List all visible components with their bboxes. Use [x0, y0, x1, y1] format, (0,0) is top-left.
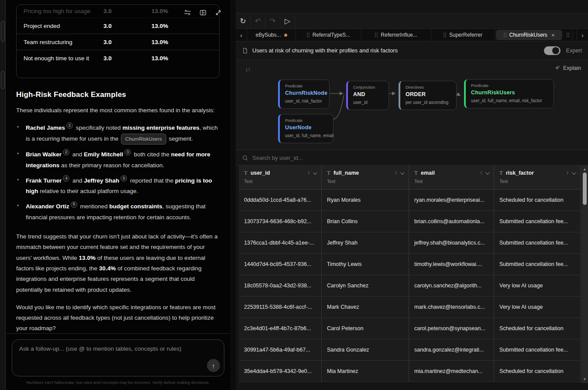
- rail-handle[interactable]: [1, 21, 5, 42]
- scroll-up-icon[interactable]: ▲: [581, 166, 588, 172]
- table-row[interactable]: 35e4dda4-b578-4342-9e0...Mia Martinezmia…: [239, 361, 588, 382]
- table-cell[interactable]: 35e4dda4-b578-4342-9e0...: [239, 361, 322, 382]
- table-cell[interactable]: brian.collins@automationla...: [409, 211, 494, 232]
- rail-handle[interactable]: [1, 71, 5, 89]
- chevron-down-icon[interactable]: [572, 170, 576, 175]
- column-header[interactable]: T email ↑ Text: [409, 166, 494, 189]
- drag-handle-icon[interactable]: [504, 33, 506, 37]
- table-cell[interactable]: carol.peterson@synapsean...: [409, 318, 494, 339]
- table-cell[interactable]: Jeffrey Shah: [322, 232, 409, 253]
- citation-badge[interactable]: 1: [66, 122, 73, 129]
- close-icon[interactable]: ×: [551, 32, 555, 38]
- table-cell[interactable]: Very low AI usage: [494, 275, 581, 296]
- table-cell[interactable]: 22539115-5388-4c6f-accf-...: [239, 297, 322, 318]
- drag-handle-icon[interactable]: [375, 33, 378, 37]
- query-node[interactable]: Predicate ChurnRiskNode user_id, risk_fa…: [278, 79, 330, 109]
- table-cell[interactable]: Submitted cancellation fee...: [494, 254, 581, 275]
- table-cell[interactable]: Mark Chavez: [322, 297, 409, 318]
- scroll-down-icon[interactable]: ▼: [581, 376, 588, 382]
- table-cell[interactable]: 1376cca1-dbbf-4c45-a1ee-...: [239, 232, 322, 253]
- undo-icon[interactable]: ↶: [251, 14, 265, 28]
- table-cell[interactable]: Scheduled for cancellation: [494, 318, 581, 339]
- scroll-tabs-left-icon[interactable]: ‹: [236, 29, 247, 41]
- sort-ascending-icon[interactable]: ↑: [480, 170, 482, 176]
- table-cell[interactable]: Submitted cancellation fee...: [494, 339, 581, 360]
- table-cell[interactable]: 0ddda50d-1ccd-45a8-a76...: [239, 190, 322, 211]
- table-cell[interactable]: sandra.gonzalez@integrati...: [409, 339, 494, 360]
- table-cell[interactable]: carolyn.sanchez@algorith...: [409, 275, 494, 296]
- citation-badge[interactable]: 2: [63, 149, 69, 155]
- table-cell[interactable]: mark.chavez@tensorlabs.c...: [409, 297, 494, 318]
- table-cell[interactable]: Submitted cancellation fee...: [494, 232, 581, 253]
- citation-badge[interactable]: 6: [71, 201, 77, 208]
- run-icon[interactable]: ▷: [280, 14, 295, 28]
- swap-columns-icon[interactable]: [183, 9, 192, 17]
- column-header[interactable]: T risk_factor ↑ Text: [494, 166, 581, 189]
- table-cell[interactable]: Brian Collins: [322, 211, 409, 232]
- citation-badge[interactable]: 5: [120, 175, 127, 182]
- drag-handle-icon[interactable]: [307, 33, 309, 37]
- search-input[interactable]: [252, 155, 582, 161]
- table-row[interactable]: 30991a47-5b6a-49af-b67...Sandra Gonzalez…: [239, 339, 588, 361]
- table-cell[interactable]: Ryan Morales: [322, 190, 409, 211]
- table-cell[interactable]: 13073734-6636-468c-b92...: [239, 211, 322, 232]
- table-reference-chip[interactable]: ChurnRiskUsers: [121, 134, 166, 145]
- send-button[interactable]: ↑: [207, 359, 220, 372]
- table-cell[interactable]: 18c05578-0aa2-43d2-938...: [239, 275, 322, 296]
- table-row[interactable]: 0ddda50d-1ccd-45a8-a76...Ryan Moralesrya…: [239, 190, 588, 211]
- chevron-down-icon[interactable]: [313, 170, 317, 175]
- table-cell[interactable]: timothy.lewis@workflowai....: [409, 254, 494, 275]
- editor-tab[interactable]: eBySubs...: [247, 29, 296, 41]
- table-cell[interactable]: Carolyn Sanchez: [322, 275, 409, 296]
- editor-tab[interactable]: ReferrerInflue...: [361, 29, 431, 41]
- query-node[interactable]: Predicate UserNode user_id, full_name, e…: [278, 114, 334, 143]
- citation-badge[interactable]: 3: [124, 149, 131, 155]
- chevron-down-icon[interactable]: [485, 170, 490, 175]
- table-cell[interactable]: Carol Peterson: [322, 318, 409, 339]
- table-row[interactable]: 2c3e4d01-e4ff-4b7c-87b6...Carol Peterson…: [239, 318, 588, 339]
- explain-button[interactable]: Explain: [554, 65, 581, 71]
- query-node[interactable]: Directives ORDER per user_id ascending: [399, 81, 457, 110]
- table-cell[interactable]: ryan.morales@enterpriseai...: [409, 190, 494, 211]
- editor-tab[interactable]: SuperReferrer: [431, 29, 495, 41]
- followup-input[interactable]: [12, 340, 224, 376]
- table-cell[interactable]: mia.martinez@medtechan...: [409, 361, 494, 382]
- scrollbar-thumb[interactable]: [583, 173, 587, 205]
- table-row[interactable]: 22539115-5388-4c6f-accf-...Mark Chavezma…: [239, 297, 588, 318]
- chevron-down-icon[interactable]: [400, 170, 405, 175]
- column-header[interactable]: T user_id ↑ Text: [239, 166, 322, 189]
- table-cell[interactable]: Timothy Lewis: [322, 254, 409, 275]
- scroll-tabs-right-icon[interactable]: ›: [577, 29, 588, 41]
- table-cell[interactable]: 30991a47-5b6a-49af-b67...: [239, 339, 322, 360]
- table-cell[interactable]: Very low AI usage: [494, 297, 581, 318]
- drag-handle-icon[interactable]: [444, 33, 446, 37]
- followup-input-box[interactable]: ↑: [12, 339, 224, 376]
- sort-ascending-icon[interactable]: ↑: [566, 170, 569, 176]
- citation-badge[interactable]: 4: [63, 175, 69, 182]
- expand-icon[interactable]: [214, 9, 222, 17]
- table-cell[interactable]: Scheduled for cancellation: [494, 361, 581, 382]
- query-node[interactable]: Predicate ChurnRiskUsers user_id, full_n…: [464, 79, 554, 108]
- editor-tab[interactable]: ReferralTypeS...: [296, 29, 361, 41]
- sort-ascending-icon[interactable]: ↑: [395, 170, 397, 176]
- sort-ascending-icon[interactable]: ↑: [307, 170, 310, 176]
- column-header[interactable]: T full_name ↑ Text: [322, 166, 409, 189]
- table-row[interactable]: 1440d7d4-bc85-4537-936...Timothy Lewisti…: [239, 254, 588, 275]
- table-cell[interactable]: Mia Martinez: [322, 361, 409, 382]
- table-row[interactable]: 1376cca1-dbbf-4c45-a1ee-...Jeffrey Shahj…: [239, 232, 588, 254]
- query-node[interactable]: Conjunction AND user_id: [346, 81, 389, 110]
- expert-toggle[interactable]: [544, 46, 560, 55]
- sort-vertical-icon[interactable]: ↓↑: [245, 66, 250, 72]
- table-cell[interactable]: jeffrey.shah@bioanalytics.c...: [409, 232, 494, 253]
- table-row[interactable]: 18c05578-0aa2-43d2-938...Carolyn Sanchez…: [239, 275, 588, 297]
- table-cell[interactable]: Scheduled for cancellation: [494, 190, 581, 211]
- editor-tab[interactable]: ChurnRiskUsers ×: [496, 30, 562, 40]
- table-row[interactable]: 13073734-6636-468c-b92...Brian Collinsbr…: [239, 211, 588, 232]
- table-cell[interactable]: 2c3e4d01-e4ff-4b7c-87b6...: [239, 318, 322, 339]
- split-panel-icon[interactable]: [199, 9, 207, 17]
- table-cell[interactable]: Sandra Gonzalez: [322, 339, 409, 360]
- redo-icon[interactable]: ↷: [265, 14, 280, 28]
- drag-handle-icon[interactable]: [563, 29, 573, 41]
- table-cell[interactable]: Submitted cancellation fee...: [494, 211, 581, 232]
- table-cell[interactable]: 1440d7d4-bc85-4537-936...: [239, 254, 322, 275]
